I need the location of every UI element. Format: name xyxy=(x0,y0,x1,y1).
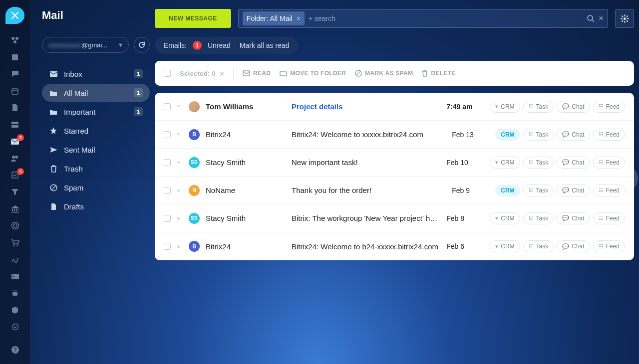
chat-tag[interactable]: 💬Chat xyxy=(557,129,590,141)
row-tags: CRM ☑Task 💬Chat ☷Feed xyxy=(495,129,625,141)
folder-all-mail[interactable]: All Mail1 xyxy=(42,84,150,102)
rail-filter-icon[interactable] xyxy=(9,186,21,197)
spam-action[interactable]: MARK AS SPAM xyxy=(355,70,413,77)
move-action[interactable]: MOVE TO FOLDER xyxy=(280,70,346,77)
row-checkbox[interactable] xyxy=(164,187,171,194)
close-app-button[interactable] xyxy=(5,7,24,24)
task-tag[interactable]: ☑Task xyxy=(523,101,554,113)
read-action[interactable]: READ xyxy=(243,70,271,77)
rail-bank-icon[interactable] xyxy=(9,203,21,214)
row-checkbox[interactable] xyxy=(164,159,171,166)
search-bar[interactable]: Folder: All Mail × × xyxy=(238,9,608,28)
chat-tag[interactable]: 💬Chat xyxy=(557,212,590,224)
task-tag[interactable]: ☑Task xyxy=(523,240,554,252)
chip-remove-icon[interactable]: × xyxy=(297,14,301,22)
clear-selection-icon[interactable]: × xyxy=(220,69,224,78)
folder-sent-mail[interactable]: Sent Mail xyxy=(42,141,150,159)
chat-tag[interactable]: 💬Chat xyxy=(557,184,590,196)
chat-icon: 💬 xyxy=(562,243,569,250)
folder-count: 1 xyxy=(134,107,143,116)
feed-tag[interactable]: ☷Feed xyxy=(593,101,625,113)
feed-tag[interactable]: ☷Feed xyxy=(593,240,625,252)
rail-doc-icon[interactable] xyxy=(9,52,21,63)
crm-tag[interactable]: ▾CRM xyxy=(490,240,520,252)
feed-tag[interactable]: ☷Feed xyxy=(593,212,625,224)
settings-button[interactable] xyxy=(615,9,634,28)
task-tag[interactable]: ☑Task xyxy=(523,184,554,196)
crm-tag[interactable]: ▾CRM xyxy=(490,212,520,224)
folder-starred[interactable]: Starred xyxy=(42,122,150,140)
mail-row[interactable]: ≡ Tom Williams Project details 7:49 am ▾… xyxy=(155,93,634,121)
feed-icon: ☷ xyxy=(599,187,604,193)
rail-sign-icon[interactable] xyxy=(9,254,21,265)
folder-count: 1 xyxy=(134,88,143,97)
task-tag[interactable]: ☑Task xyxy=(523,157,554,169)
row-checkbox[interactable] xyxy=(164,103,171,110)
svg-rect-18 xyxy=(12,292,17,296)
mail-row[interactable]: ≡ B Bitrix24 Bitrix24: Welcome to xxxxx.… xyxy=(155,121,634,149)
mail-row[interactable]: ≡ B Bitrix24 Bitrix24: Welcome to b24-xx… xyxy=(155,232,634,260)
rail-cart-icon[interactable] xyxy=(9,237,21,248)
crm-tag[interactable]: CRM xyxy=(495,184,520,196)
mail-row[interactable]: ≡ N NoName Thank you for the order! Feb … xyxy=(155,177,634,204)
account-selector[interactable]: xxxxxxxxxx@gmai... ▼ xyxy=(42,37,129,53)
rail-card-icon[interactable] xyxy=(9,271,21,282)
delete-action[interactable]: DELETE xyxy=(422,70,455,77)
rail-page-icon[interactable] xyxy=(9,103,21,114)
row-checkbox[interactable] xyxy=(164,131,171,138)
folder-inbox[interactable]: Inbox1 xyxy=(42,65,150,83)
drag-handle-icon[interactable]: ≡ xyxy=(177,243,183,250)
select-all-checkbox[interactable] xyxy=(164,70,171,77)
rail-mail-icon[interactable]: 3 xyxy=(9,136,21,147)
task-icon: ☑ xyxy=(529,159,534,166)
rail-feed-icon[interactable] xyxy=(9,35,21,46)
crm-tag[interactable]: ▾CRM xyxy=(490,157,520,169)
avatar xyxy=(189,101,200,112)
rail-android-icon[interactable] xyxy=(9,288,21,299)
rail-chat-icon[interactable] xyxy=(9,69,21,80)
new-message-button[interactable]: NEW MESSAGE xyxy=(155,9,231,28)
refresh-button[interactable] xyxy=(134,37,150,53)
feed-tag[interactable]: ☷Feed xyxy=(593,129,625,141)
crm-tag[interactable]: CRM xyxy=(495,129,520,141)
rail-target-icon[interactable] xyxy=(9,220,21,231)
chat-tag[interactable]: 💬Chat xyxy=(557,101,590,113)
rail-box-icon[interactable] xyxy=(9,305,21,316)
search-filter-chip[interactable]: Folder: All Mail × xyxy=(243,11,305,25)
folder-trash[interactable]: Trash xyxy=(42,160,150,178)
rail-calendar-icon[interactable] xyxy=(9,86,21,97)
chat-tag[interactable]: 💬Chat xyxy=(557,157,590,169)
rail-people-icon[interactable] xyxy=(9,153,21,164)
rail-drive-icon[interactable] xyxy=(9,119,21,130)
mark-all-read-link[interactable]: Mark all as read xyxy=(240,41,290,49)
rail-help-icon[interactable]: ? xyxy=(9,344,21,355)
unread-filter-link[interactable]: Unread xyxy=(208,41,231,49)
mail-row[interactable]: ≡ SS Stacy Smith New important task! Feb… xyxy=(155,149,634,177)
folder-icon xyxy=(49,109,58,115)
task-tag[interactable]: ☑Task xyxy=(523,212,554,224)
drag-handle-icon[interactable]: ≡ xyxy=(177,131,183,138)
svg-line-26 xyxy=(51,185,56,190)
rail-expand-icon[interactable] xyxy=(9,321,21,332)
search-input[interactable] xyxy=(309,14,583,22)
next-panel-button[interactable] xyxy=(610,165,638,192)
mail-row[interactable]: ≡ SS Stacy Smith Bitrix: The workgroup '… xyxy=(155,204,634,232)
drag-handle-icon[interactable]: ≡ xyxy=(177,215,183,222)
folder-important[interactable]: Important1 xyxy=(42,103,150,121)
drag-handle-icon[interactable]: ≡ xyxy=(177,159,183,166)
crm-tag[interactable]: ▾CRM xyxy=(490,101,520,113)
svg-text:?: ? xyxy=(13,347,16,353)
svg-point-15 xyxy=(16,244,18,246)
rail-tasks-icon[interactable]: 3 xyxy=(9,170,21,181)
folder-spam[interactable]: Spam xyxy=(42,179,150,196)
row-checkbox[interactable] xyxy=(164,215,171,222)
search-clear-icon[interactable]: × xyxy=(599,13,604,23)
drag-handle-icon[interactable]: ≡ xyxy=(177,103,183,110)
drag-handle-icon[interactable]: ≡ xyxy=(177,187,183,194)
row-checkbox[interactable] xyxy=(164,243,171,250)
chat-tag[interactable]: 💬Chat xyxy=(557,240,590,252)
task-tag[interactable]: ☑Task xyxy=(523,129,554,141)
folder-drafts[interactable]: Drafts xyxy=(42,197,150,215)
search-icon[interactable] xyxy=(587,14,595,22)
svg-point-27 xyxy=(588,15,593,20)
